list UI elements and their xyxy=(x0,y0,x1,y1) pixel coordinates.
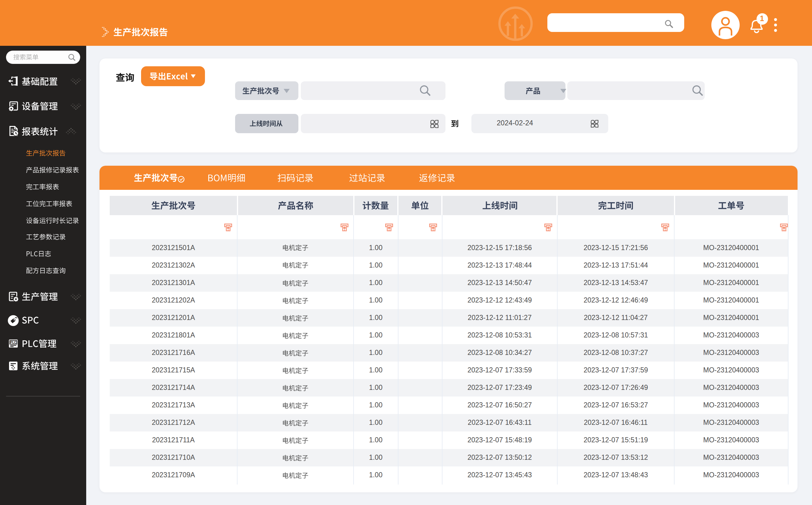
svg-text:PLC: PLC xyxy=(10,340,17,344)
